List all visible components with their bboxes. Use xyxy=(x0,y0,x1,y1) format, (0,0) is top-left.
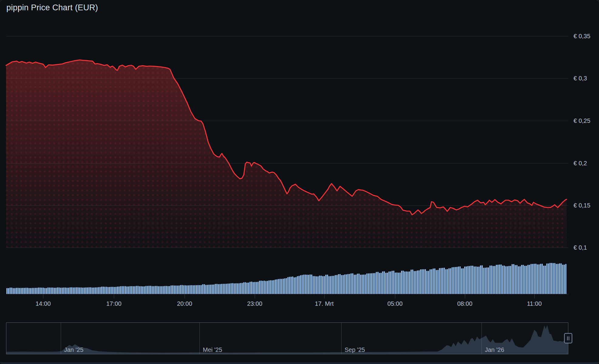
x-axis-label: 20:00 xyxy=(163,300,206,308)
grip-bar-icon xyxy=(569,336,569,340)
x-axis-tick xyxy=(185,294,185,298)
navigator-resize-handle[interactable] xyxy=(564,333,572,343)
navigator-month-label: Jan '25 xyxy=(64,346,83,354)
x-axis-label: 23:00 xyxy=(233,300,276,308)
navigator-separator xyxy=(341,323,342,354)
navigator-month-label: Sep '25 xyxy=(345,346,365,354)
navigator-month-label: Jan '26 xyxy=(485,346,504,354)
x-axis-tick xyxy=(534,294,535,298)
navigator-separator xyxy=(199,323,200,354)
navigator-preview-area xyxy=(6,325,568,354)
grip-bar-icon xyxy=(567,336,568,340)
price-chart-panel: pippin Price Chart (EUR) € 0,35€ 0,3€ 0,… xyxy=(0,0,599,364)
x-axis-label: 17:00 xyxy=(93,300,135,308)
x-axis-label: 11:00 xyxy=(513,300,556,308)
x-axis-label: 17. Mrt xyxy=(303,300,345,308)
volume-bars xyxy=(6,263,567,294)
x-axis-tick xyxy=(395,294,395,298)
x-axis-tick xyxy=(114,294,114,298)
x-axis-tick xyxy=(324,294,325,298)
navigator-separator xyxy=(61,323,61,354)
x-axis-tick xyxy=(43,294,43,298)
volume-baseline xyxy=(6,294,569,294)
navigator-month-label: Mei '25 xyxy=(203,346,222,354)
price-area-dots xyxy=(6,60,567,248)
x-axis-label: 08:00 xyxy=(444,300,486,308)
x-axis-tick xyxy=(255,294,255,298)
navigator[interactable] xyxy=(6,322,568,354)
x-axis-label: 14:00 xyxy=(22,300,64,308)
x-axis-label: 05:00 xyxy=(374,300,416,308)
price-chart-canvas[interactable] xyxy=(0,0,599,364)
navigator-separator xyxy=(482,323,482,354)
x-axis-tick xyxy=(465,294,465,298)
bottom-edge-strip xyxy=(0,362,599,364)
